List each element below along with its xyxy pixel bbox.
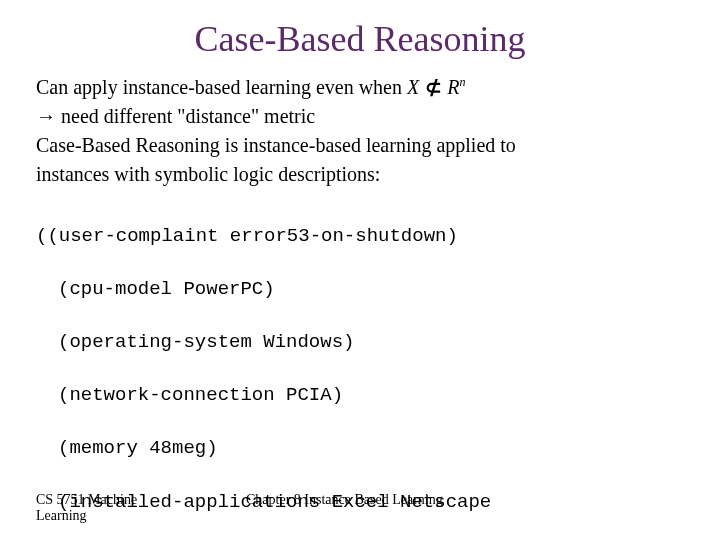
footer-left: CS 5751 Machine Learning [36,492,216,524]
var-x: X [407,76,419,98]
slide-title: Case-Based Reasoning [36,18,684,60]
var-r: R [447,76,459,98]
code-line: (memory 48meg) [36,435,684,462]
not-subset-symbol: ⊄ [419,76,447,98]
line-1: Can apply instance-based learning even w… [36,74,684,101]
code-line: (operating-system Windows) [36,329,684,356]
footer-course-2: Learning [36,508,216,524]
body-text: Can apply instance-based learning even w… [36,74,684,188]
footer-course-1: CS 5751 Machine [36,492,216,508]
code-block: ((user-complaint error53-on-shutdown) (c… [36,196,684,540]
code-line: (network-connection PCIA) [36,382,684,409]
line-2: → need different "distance" metric [36,103,684,130]
line1-text-a: Can apply instance-based learning even w… [36,76,407,98]
code-line: (cpu-model PowerPC) [36,276,684,303]
line-3: Case-Based Reasoning is instance-based l… [36,132,684,159]
superscript-n: n [460,75,466,89]
slide-container: Case-Based Reasoning Can apply instance-… [0,0,720,540]
footer-chapter: Chapter 8 Instance Based Learning [216,492,684,524]
code-line: ((user-complaint error53-on-shutdown) [36,223,684,250]
implies-arrow-icon: → [36,105,56,127]
line-3b: instances with symbolic logic descriptio… [36,161,684,188]
line2-text: need different "distance" metric [56,105,315,127]
slide-footer: CS 5751 Machine Learning Chapter 8 Insta… [36,492,684,524]
